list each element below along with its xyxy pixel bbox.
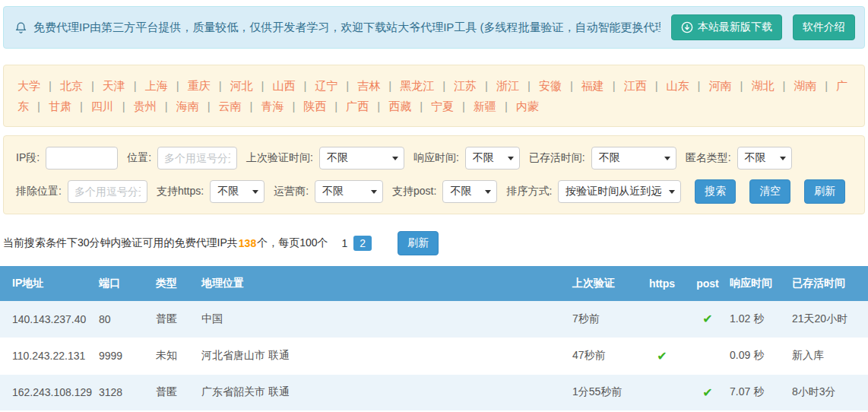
region-link[interactable]: 山西 <box>272 79 295 92</box>
isp-select[interactable]: 不限 <box>315 180 383 203</box>
caret-down-icon <box>508 157 514 160</box>
separator: | <box>527 79 531 92</box>
https-check-icon <box>638 301 686 338</box>
filter-refresh-button[interactable]: 刷新 <box>804 179 845 204</box>
post-support-select[interactable]: 不限 <box>442 180 497 203</box>
region-link[interactable]: 湖北 <box>751 79 774 92</box>
separator: | <box>49 79 52 92</box>
anonymity-type-label: 匿名类型: <box>686 151 731 165</box>
region-link[interactable]: 天津 <box>103 79 125 92</box>
cell-last-verify: 1分55秒前 <box>559 374 638 410</box>
region-link[interactable]: 甘肃 <box>49 100 71 113</box>
exclude-location-input[interactable] <box>68 180 147 203</box>
filter-row-2: 排除位置: 支持https: 不限 运营商: 不限 支持post: 不限 排序方… <box>14 180 854 203</box>
separator: | <box>207 100 211 113</box>
separator: | <box>37 100 40 113</box>
region-link[interactable]: 陕西 <box>303 100 326 113</box>
cell-response-time: 0.09 秒 <box>730 338 792 374</box>
post-support-label: 支持post: <box>392 185 436 198</box>
clear-button[interactable]: 清空 <box>749 179 790 204</box>
region-link[interactable]: 内蒙 <box>516 100 539 113</box>
https-support-select[interactable]: 不限 <box>210 180 265 203</box>
header-ip: IP地址 <box>0 266 99 301</box>
table-header-row: IP地址 端口 类型 地理位置 上次验证 https post 响应时间 已存活… <box>0 266 868 301</box>
separator: | <box>165 100 168 113</box>
region-link[interactable]: 上海 <box>145 79 168 92</box>
alive-time-select[interactable]: 不限 <box>591 147 676 170</box>
separator: | <box>462 100 465 113</box>
region-link[interactable]: 新疆 <box>474 100 496 113</box>
region-link[interactable]: 重庆 <box>188 79 211 92</box>
location-input[interactable] <box>157 147 237 170</box>
isp-label: 运营商: <box>274 185 309 198</box>
page-link-2-current[interactable]: 2 <box>353 236 372 251</box>
region-link[interactable]: 宁夏 <box>431 100 454 113</box>
separator: | <box>346 79 349 92</box>
cell-port: 9999 <box>99 338 156 374</box>
post-check-icon: ✔ <box>686 301 730 338</box>
list-refresh-button[interactable]: 刷新 <box>398 231 439 255</box>
region-link[interactable]: 四川 <box>91 100 114 113</box>
region-link[interactable]: 黑龙江 <box>400 79 434 92</box>
location-label: 位置: <box>127 151 151 165</box>
filter-row-1: IP段: 位置: 上次验证时间: 不限 响应时间: 不限 已存活时间: 不限 匿… <box>14 147 854 170</box>
response-time-select-value: 不限 <box>473 151 494 165</box>
region-link[interactable]: 广西 <box>346 100 369 113</box>
region-link[interactable]: 青海 <box>261 100 284 113</box>
cell-alive-time: 8小时3分 <box>792 374 868 410</box>
proxy-table: IP地址 端口 类型 地理位置 上次验证 https post 响应时间 已存活… <box>0 266 868 411</box>
region-link[interactable]: 吉林 <box>357 79 380 92</box>
header-response-time: 响应时间 <box>730 266 792 301</box>
header-last-verify: 上次验证 <box>559 266 638 301</box>
region-link[interactable]: 湖南 <box>794 79 816 92</box>
region-link[interactable]: 贵州 <box>134 100 157 113</box>
anonymity-type-select[interactable]: 不限 <box>737 147 792 170</box>
separator: | <box>505 100 508 113</box>
software-intro-button[interactable]: 软件介绍 <box>793 14 855 40</box>
region-link[interactable]: 河北 <box>230 79 253 92</box>
cell-response-time: 7.07 秒 <box>730 374 792 410</box>
region-link[interactable]: 辽宁 <box>315 79 337 92</box>
announcement-banner: 免费代理IP由第三方平台提供，质量较低，仅供开发者学习，欢迎下载站大爷代理IP工… <box>3 6 865 49</box>
cell-alive-time: 21天20小时 <box>792 301 868 338</box>
cell-response-time: 1.02 秒 <box>730 301 792 338</box>
cell-last-verify: 47秒前 <box>559 338 638 374</box>
download-latest-button[interactable]: 本站最新版下载 <box>671 14 782 40</box>
bell-icon <box>14 21 27 35</box>
region-link[interactable]: 福建 <box>581 79 604 92</box>
region-link[interactable]: 云南 <box>219 100 242 113</box>
caret-down-icon <box>669 190 675 194</box>
ip-range-input[interactable] <box>46 147 118 170</box>
header-type: 类型 <box>156 266 201 301</box>
region-link[interactable]: 江西 <box>624 79 647 92</box>
separator: | <box>261 79 265 92</box>
last-verify-select[interactable]: 不限 <box>319 147 404 170</box>
last-verify-time-label: 上次验证时间: <box>246 151 313 165</box>
caret-down-icon <box>371 190 377 194</box>
caret-down-icon <box>252 190 258 194</box>
search-button[interactable]: 搜索 <box>695 179 736 204</box>
caret-down-icon <box>392 157 398 160</box>
post-check-icon <box>686 338 730 374</box>
ip-range-label: IP段: <box>16 151 40 165</box>
separator: | <box>250 100 253 113</box>
response-time-label: 响应时间: <box>413 151 459 165</box>
separator: | <box>698 79 701 92</box>
region-link[interactable]: 海南 <box>176 100 199 113</box>
cell-type: 普匿 <box>156 374 201 410</box>
cell-ip: 140.143.237.40 <box>0 301 99 338</box>
sort-order-select[interactable]: 按验证时间从近到远 <box>558 180 681 203</box>
page-link-1[interactable]: 1 <box>342 237 348 249</box>
response-time-select[interactable]: 不限 <box>465 147 520 170</box>
region-link[interactable]: 河南 <box>709 79 732 92</box>
region-link[interactable]: 浙江 <box>496 79 519 92</box>
exclude-location-label: 排除位置: <box>16 185 62 198</box>
intro-button-label: 软件介绍 <box>803 21 845 34</box>
region-link[interactable]: 山东 <box>667 79 689 92</box>
region-link[interactable]: 安徽 <box>539 79 562 92</box>
region-link[interactable]: 江苏 <box>454 79 477 92</box>
cell-port: 80 <box>99 301 156 338</box>
region-link[interactable]: 大学 <box>17 79 40 92</box>
region-link[interactable]: 西藏 <box>388 100 411 113</box>
region-link[interactable]: 北京 <box>60 79 83 92</box>
